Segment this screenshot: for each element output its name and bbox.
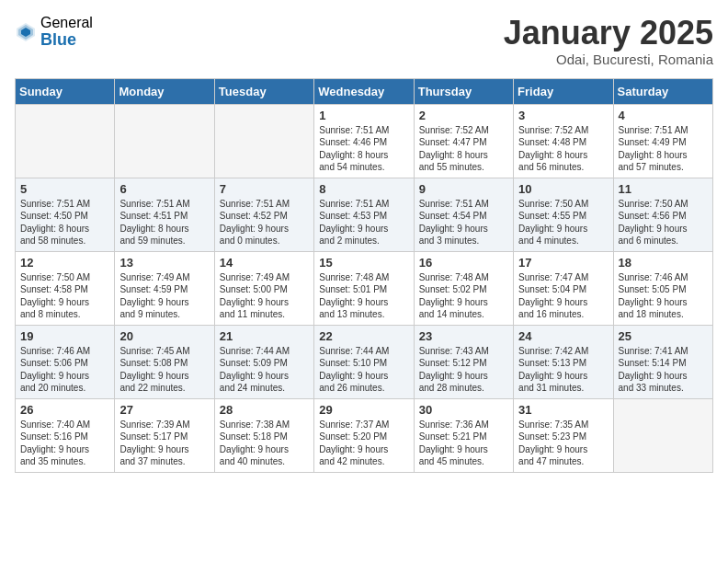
- day-info: Sunrise: 7:47 AMSunset: 5:04 PMDaylight:…: [518, 271, 608, 321]
- calendar-week-row: 19Sunrise: 7:46 AMSunset: 5:06 PMDayligh…: [16, 325, 713, 398]
- day-info: Sunrise: 7:43 AMSunset: 5:12 PMDaylight:…: [419, 345, 508, 395]
- calendar-day-cell: 26Sunrise: 7:40 AMSunset: 5:16 PMDayligh…: [16, 398, 115, 472]
- day-info: Sunrise: 7:38 AMSunset: 5:18 PMDaylight:…: [220, 419, 309, 468]
- day-number: 10: [518, 182, 608, 196]
- calendar-week-row: 12Sunrise: 7:50 AMSunset: 4:58 PMDayligh…: [16, 251, 713, 325]
- calendar-day-cell: 22Sunrise: 7:44 AMSunset: 5:10 PMDayligh…: [314, 325, 414, 398]
- calendar-day-cell: 27Sunrise: 7:39 AMSunset: 5:17 PMDayligh…: [115, 398, 214, 472]
- day-number: 19: [20, 329, 109, 343]
- day-number: 11: [619, 182, 708, 196]
- calendar-day-cell: 11Sunrise: 7:50 AMSunset: 4:56 PMDayligh…: [613, 178, 712, 251]
- day-number: 9: [419, 182, 508, 196]
- day-info: Sunrise: 7:48 AMSunset: 5:01 PMDaylight:…: [319, 271, 408, 321]
- calendar-day-cell: 19Sunrise: 7:46 AMSunset: 5:06 PMDayligh…: [16, 325, 115, 398]
- day-number: 2: [419, 109, 508, 122]
- weekday-header-tuesday: Tuesday: [214, 78, 313, 104]
- calendar-day-cell: 3Sunrise: 7:52 AMSunset: 4:48 PMDaylight…: [514, 104, 613, 178]
- day-info: Sunrise: 7:37 AMSunset: 5:20 PMDaylight:…: [319, 419, 408, 468]
- calendar-day-cell: 15Sunrise: 7:48 AMSunset: 5:01 PMDayligh…: [314, 251, 414, 325]
- page-header: General Blue January 2025 Odai, Bucurest…: [15, 15, 713, 67]
- day-number: 13: [119, 256, 209, 270]
- calendar-day-cell: 1Sunrise: 7:51 AMSunset: 4:46 PMDaylight…: [314, 104, 414, 178]
- day-number: 27: [119, 403, 209, 417]
- day-number: 31: [518, 403, 608, 417]
- calendar-table: SundayMondayTuesdayWednesdayThursdayFrid…: [15, 78, 713, 473]
- calendar-day-cell: 6Sunrise: 7:51 AMSunset: 4:51 PMDaylight…: [115, 178, 214, 251]
- calendar-day-cell: [16, 104, 115, 178]
- calendar-day-cell: 5Sunrise: 7:51 AMSunset: 4:50 PMDaylight…: [16, 178, 115, 251]
- day-info: Sunrise: 7:36 AMSunset: 5:21 PMDaylight:…: [419, 419, 508, 468]
- calendar-day-cell: 13Sunrise: 7:49 AMSunset: 4:59 PMDayligh…: [115, 251, 214, 325]
- weekday-header-saturday: Saturday: [613, 78, 712, 104]
- day-info: Sunrise: 7:44 AMSunset: 5:10 PMDaylight:…: [319, 345, 408, 395]
- calendar-day-cell: 18Sunrise: 7:46 AMSunset: 5:05 PMDayligh…: [613, 251, 712, 325]
- day-info: Sunrise: 7:41 AMSunset: 5:14 PMDaylight:…: [619, 345, 708, 395]
- day-info: Sunrise: 7:39 AMSunset: 5:17 PMDaylight:…: [119, 419, 209, 468]
- day-info: Sunrise: 7:52 AMSunset: 4:47 PMDaylight:…: [419, 124, 508, 174]
- day-number: 24: [518, 329, 608, 343]
- weekday-header-monday: Monday: [115, 78, 214, 104]
- day-info: Sunrise: 7:51 AMSunset: 4:52 PMDaylight:…: [220, 198, 309, 247]
- title-block: January 2025 Odai, Bucuresti, Romania: [504, 15, 713, 67]
- logo-general: General: [40, 15, 93, 31]
- weekday-header-friday: Friday: [514, 78, 613, 104]
- day-info: Sunrise: 7:51 AMSunset: 4:46 PMDaylight:…: [319, 124, 408, 174]
- calendar-day-cell: 14Sunrise: 7:49 AMSunset: 5:00 PMDayligh…: [214, 251, 313, 325]
- calendar-day-cell: 28Sunrise: 7:38 AMSunset: 5:18 PMDayligh…: [214, 398, 313, 472]
- calendar-day-cell: 31Sunrise: 7:35 AMSunset: 5:23 PMDayligh…: [514, 398, 613, 472]
- day-info: Sunrise: 7:42 AMSunset: 5:13 PMDaylight:…: [518, 345, 608, 395]
- day-info: Sunrise: 7:35 AMSunset: 5:23 PMDaylight:…: [518, 419, 608, 468]
- day-info: Sunrise: 7:51 AMSunset: 4:51 PMDaylight:…: [119, 198, 209, 247]
- day-info: Sunrise: 7:46 AMSunset: 5:05 PMDaylight:…: [619, 271, 708, 321]
- calendar-week-row: 5Sunrise: 7:51 AMSunset: 4:50 PMDaylight…: [16, 178, 713, 251]
- day-number: 18: [619, 256, 708, 270]
- day-info: Sunrise: 7:49 AMSunset: 5:00 PMDaylight:…: [220, 271, 309, 321]
- calendar-day-cell: [214, 104, 313, 178]
- day-number: 5: [20, 182, 109, 196]
- day-number: 30: [419, 403, 508, 417]
- day-number: 29: [319, 403, 408, 417]
- day-number: 8: [319, 182, 408, 196]
- calendar-week-row: 26Sunrise: 7:40 AMSunset: 5:16 PMDayligh…: [16, 398, 713, 472]
- day-info: Sunrise: 7:46 AMSunset: 5:06 PMDaylight:…: [20, 345, 109, 395]
- calendar-day-cell: 12Sunrise: 7:50 AMSunset: 4:58 PMDayligh…: [16, 251, 115, 325]
- day-number: 28: [220, 403, 309, 417]
- calendar-day-cell: [613, 398, 712, 472]
- day-info: Sunrise: 7:50 AMSunset: 4:56 PMDaylight:…: [619, 198, 708, 247]
- weekday-header-sunday: Sunday: [16, 78, 115, 104]
- calendar-day-cell: 8Sunrise: 7:51 AMSunset: 4:53 PMDaylight…: [314, 178, 414, 251]
- day-number: 26: [20, 403, 109, 417]
- day-info: Sunrise: 7:45 AMSunset: 5:08 PMDaylight:…: [119, 345, 209, 395]
- day-number: 12: [20, 256, 109, 270]
- calendar-day-cell: 17Sunrise: 7:47 AMSunset: 5:04 PMDayligh…: [514, 251, 613, 325]
- day-number: 6: [119, 182, 209, 196]
- calendar-day-cell: 2Sunrise: 7:52 AMSunset: 4:47 PMDaylight…: [414, 104, 513, 178]
- day-info: Sunrise: 7:49 AMSunset: 4:59 PMDaylight:…: [119, 271, 209, 321]
- day-info: Sunrise: 7:40 AMSunset: 5:16 PMDaylight:…: [20, 419, 109, 468]
- calendar-day-cell: [115, 104, 214, 178]
- logo-text: General Blue: [40, 15, 93, 49]
- logo-icon: [15, 21, 37, 43]
- calendar-week-row: 1Sunrise: 7:51 AMSunset: 4:46 PMDaylight…: [16, 104, 713, 178]
- day-info: Sunrise: 7:51 AMSunset: 4:49 PMDaylight:…: [619, 124, 708, 174]
- day-number: 23: [419, 329, 508, 343]
- day-number: 17: [518, 256, 608, 270]
- calendar-day-cell: 25Sunrise: 7:41 AMSunset: 5:14 PMDayligh…: [613, 325, 712, 398]
- weekday-header-wednesday: Wednesday: [314, 78, 414, 104]
- weekday-header-thursday: Thursday: [414, 78, 513, 104]
- day-info: Sunrise: 7:51 AMSunset: 4:53 PMDaylight:…: [319, 198, 408, 247]
- day-number: 3: [518, 109, 608, 122]
- day-number: 25: [619, 329, 708, 343]
- day-number: 7: [220, 182, 309, 196]
- day-info: Sunrise: 7:52 AMSunset: 4:48 PMDaylight:…: [518, 124, 608, 174]
- calendar-day-cell: 20Sunrise: 7:45 AMSunset: 5:08 PMDayligh…: [115, 325, 214, 398]
- calendar-day-cell: 10Sunrise: 7:50 AMSunset: 4:55 PMDayligh…: [514, 178, 613, 251]
- day-number: 15: [319, 256, 408, 270]
- day-number: 4: [619, 109, 708, 122]
- weekday-header-row: SundayMondayTuesdayWednesdayThursdayFrid…: [16, 78, 713, 104]
- day-number: 16: [419, 256, 508, 270]
- calendar-day-cell: 21Sunrise: 7:44 AMSunset: 5:09 PMDayligh…: [214, 325, 313, 398]
- day-number: 20: [119, 329, 209, 343]
- day-number: 1: [319, 109, 408, 122]
- location-title: Odai, Bucuresti, Romania: [504, 52, 713, 67]
